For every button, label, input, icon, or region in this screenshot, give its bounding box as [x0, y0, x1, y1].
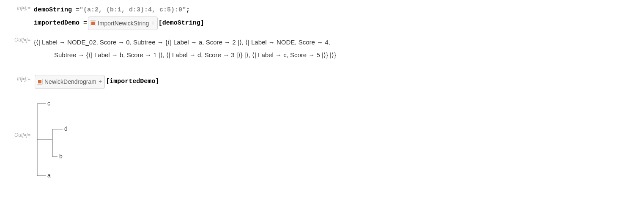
output-label-2: Out[]= — [7, 94, 34, 138]
input-cell-2: In[]:= NewickDendrogram + [ importedDemo… — [7, 74, 637, 89]
output-cell-2: Out[]= — [7, 94, 637, 183]
input-label-1: In[]:= — [7, 3, 34, 11]
resource-icon — [37, 79, 43, 85]
code-text: ] — [155, 76, 159, 88]
dendrogram-svg: c d b a — [34, 97, 93, 182]
resource-name: ImportNewickString — [98, 18, 149, 29]
code-string: "(a:2, (b:1, d:3):4, c:5):0" — [79, 4, 186, 17]
resource-function-box[interactable]: NewickDendrogram + — [35, 75, 105, 89]
input-line-1a[interactable]: demoString = "(a:2, (b:1, d:3):4, c:5):0… — [34, 4, 637, 17]
resource-function-box[interactable]: ImportNewickString + — [88, 17, 158, 30]
output-text-1[interactable]: {⟨| Label → NODE_02, Score → 0, Subtree … — [34, 36, 637, 61]
input-label-2: In[]:= — [7, 74, 34, 82]
code-text: [ — [106, 76, 110, 88]
output-part2: Subtree → {⟨| Label → b, Score → 1 |⟩, ⟨… — [34, 49, 637, 61]
code-text: importedDemo — [110, 76, 155, 88]
code-text: demoString — [162, 17, 200, 30]
code-text: ; — [186, 4, 190, 17]
dendro-leaf-a: a — [47, 172, 51, 179]
dendro-leaf-c: c — [47, 100, 50, 107]
input-line-2[interactable]: NewickDendrogram + [ importedDemo ] — [34, 75, 637, 89]
code-text: [ — [159, 17, 162, 30]
dendrogram-output[interactable]: c d b a — [34, 97, 637, 183]
input-line-1b[interactable]: importedDemo = ImportNewickString + [ de… — [34, 17, 637, 30]
code-text: demoString = — [34, 4, 79, 17]
dendro-leaf-d: d — [64, 125, 68, 132]
plus-icon[interactable]: + — [99, 76, 102, 88]
plus-icon[interactable]: + — [151, 18, 154, 29]
input-cell-1: In[]:= demoString = "(a:2, (b:1, d:3):4,… — [7, 3, 637, 30]
resource-name: NewickDendrogram — [44, 76, 96, 88]
code-text: importedDemo = — [34, 17, 87, 30]
output-label-1: Out[]= — [7, 35, 34, 43]
dendro-leaf-b: b — [59, 153, 63, 160]
code-text: ] — [200, 17, 204, 30]
resource-icon — [90, 20, 96, 26]
output-part1: {⟨| Label → NODE_02, Score → 0, Subtree … — [34, 39, 330, 46]
output-cell-1: Out[]= {⟨| Label → NODE_02, Score → 0, S… — [7, 35, 637, 61]
